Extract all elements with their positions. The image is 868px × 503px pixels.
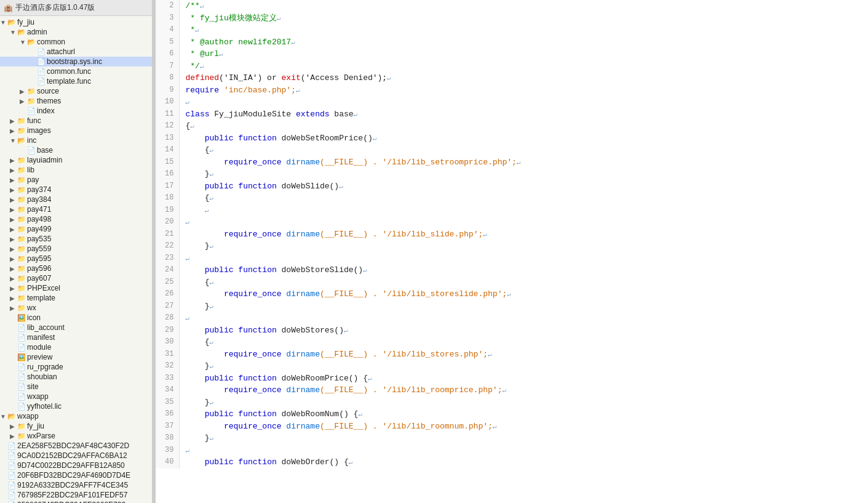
toggle-icon: ▼ <box>10 29 17 36</box>
line-content[interactable]: public function doWebSetRoomPrice()↵ <box>179 132 868 145</box>
line-content[interactable]: */↵ <box>179 60 868 73</box>
tree-item-hash5[interactable]: 📄9192A6332BDC29AFF7F4CE345 <box>0 480 152 490</box>
tree-item-wxapp[interactable]: 📄wxapp <box>0 392 152 401</box>
line-content[interactable]: require_once dirname(__FILE__) . '/lib/l… <box>179 348 868 361</box>
line-content[interactable]: }↵ <box>179 432 868 445</box>
line-content[interactable]: {↵ <box>179 120 868 132</box>
line-content[interactable]: }↵ <box>179 396 868 409</box>
tree-item-hash1[interactable]: 📄2EA258F52BDC29AF48C430F2D <box>0 441 152 451</box>
tree-item-ru_rpgrade[interactable]: 📄ru_rpgrade <box>0 362 152 372</box>
tree-item-wxapp2[interactable]: ▼📂wxapp <box>0 411 152 421</box>
tree-item-pay595[interactable]: ▶📁pay595 <box>0 254 152 264</box>
line-content[interactable]: require_once dirname(__FILE__) . '/lib/l… <box>179 288 868 300</box>
line-content[interactable]: ↵ <box>179 204 868 217</box>
tree-item-inc[interactable]: ▼📂inc <box>0 135 152 145</box>
tree-item-pay596[interactable]: ▶📁pay596 <box>0 264 152 273</box>
tree-item-lib_account[interactable]: 📄lib_account <box>0 323 152 332</box>
tree-item-PHPExcel[interactable]: ▶📁PHPExcel <box>0 283 152 293</box>
line-content[interactable]: defined('IN_IA') or exit('Access Denied'… <box>179 72 868 84</box>
tree-item-template[interactable]: ▶📁template <box>0 293 152 303</box>
tree-item-pay[interactable]: ▶📁pay <box>0 175 152 185</box>
tree-item-template.func[interactable]: 📄template.func <box>0 76 152 86</box>
tree-item-site[interactable]: 📄site <box>0 382 152 392</box>
line-content[interactable]: public function doWebSlide()↵ <box>179 180 868 193</box>
code-token: require_once <box>224 422 282 431</box>
line-content[interactable]: *↵ <box>179 24 868 36</box>
tree-item-pay559[interactable]: ▶📁pay559 <box>0 244 152 254</box>
line-content[interactable]: }↵ <box>179 168 868 180</box>
tree-item-fy_jiu[interactable]: ▼📂fy_jiu <box>0 17 152 27</box>
line-content[interactable]: public function doWebOrder() {↵ <box>179 456 868 469</box>
line-content[interactable]: ↵ <box>179 445 868 457</box>
line-content[interactable]: require_once dirname(__FILE__) . '/lib/l… <box>179 384 868 396</box>
tree-item-pay384[interactable]: ▶📁pay384 <box>0 195 152 204</box>
tree-item-hash4[interactable]: 📄20F6BFD32BDC29AF4690D7D4E <box>0 470 152 480</box>
line-content[interactable]: {↵ <box>179 336 868 348</box>
tree-item-base[interactable]: 📄base <box>0 145 152 155</box>
tree-item-hash7[interactable]: 📄950066742BDC29AFF3660E733 <box>0 500 152 503</box>
line-content[interactable]: ↵ <box>179 312 868 324</box>
line-content[interactable]: /**↵ <box>179 0 868 12</box>
tree-item-wx[interactable]: ▶📁wx <box>0 303 152 313</box>
line-content[interactable]: ↵ <box>179 216 868 228</box>
line-content[interactable]: require_once dirname(__FILE__) . '/lib/l… <box>179 421 868 433</box>
tree-item-hash2[interactable]: 📄9CA0D2152BDC29AFFAC6BA12 <box>0 451 152 461</box>
code-token: } <box>186 241 210 251</box>
tree-item-lib[interactable]: ▶📁lib <box>0 165 152 175</box>
tree-item-themes[interactable]: ▶📁themes <box>0 96 152 106</box>
tree-item-admin[interactable]: ▼📂admin <box>0 27 152 37</box>
line-content[interactable]: {↵ <box>179 276 868 289</box>
line-content[interactable]: public function doWebRoomPrice() {↵ <box>179 372 868 385</box>
tree-item-attachurl[interactable]: 📄attachurl <box>0 47 152 57</box>
tree-item-pay499[interactable]: ▶📁pay499 <box>0 224 152 234</box>
line-content[interactable]: {↵ <box>179 144 868 156</box>
tree-item-bootstrap.sys.inc[interactable]: 📄bootstrap.sys.inc <box>0 57 152 66</box>
line-content[interactable]: require_once dirname(__FILE__) . '/lib/l… <box>179 156 868 169</box>
tree-item-module[interactable]: 📄module <box>0 342 152 352</box>
tree-item-icon[interactable]: 🖼️icon <box>0 313 152 323</box>
tree-item-source[interactable]: ▶📁source <box>0 86 152 96</box>
line-content[interactable]: require 'inc/base.php';↵ <box>179 84 868 97</box>
tree-item-pay535[interactable]: ▶📁pay535 <box>0 234 152 244</box>
tree-item-pay498[interactable]: ▶📁pay498 <box>0 214 152 224</box>
line-content[interactable]: public function doWebStoreSlide()↵ <box>179 264 868 276</box>
code-token: } <box>186 302 210 311</box>
line-content[interactable]: {↵ <box>179 192 868 204</box>
line-content[interactable]: * fy_jiu模块微站定义↵ <box>179 12 868 25</box>
tree-item-wxParse[interactable]: ▶📁wxParse <box>0 431 152 441</box>
code-token <box>186 134 205 143</box>
file-icon: 📄 <box>17 383 26 391</box>
line-content[interactable]: public function doWebStores()↵ <box>179 324 868 337</box>
tree-item-layuiadmin[interactable]: ▶📁layuiadmin <box>0 155 152 165</box>
tree-item-pay607[interactable]: ▶📁pay607 <box>0 273 152 283</box>
line-content[interactable]: ↵ <box>179 252 868 265</box>
line-content[interactable]: }↵ <box>179 240 868 252</box>
tree-item-shoubian[interactable]: 📄shoubian <box>0 372 152 382</box>
line-content[interactable]: * @author newlife2017↵ <box>179 36 868 49</box>
tree-item-manifest[interactable]: 📄manifest <box>0 332 152 342</box>
tree-item-func[interactable]: ▶📁func <box>0 116 152 126</box>
line-content[interactable]: class Fy_jiuModuleSite extends base↵ <box>179 108 868 121</box>
line-content[interactable]: ↵ <box>179 96 868 108</box>
file-icon: 📂 <box>27 38 36 46</box>
tree-item-preview[interactable]: 🖼️preview <box>0 352 152 362</box>
file-icon: 📁 <box>17 215 26 223</box>
tree-item-index[interactable]: 📄index <box>0 106 152 116</box>
file-tree[interactable]: 🏨手边酒店多店版1.0.47版▼📂fy_jiu▼📂admin▼📂common📄a… <box>0 0 153 503</box>
line-content[interactable]: require_once dirname(__FILE__) . '/lib/l… <box>179 228 868 241</box>
tree-item-fy_jiu2[interactable]: ▶📁fy_jiu <box>0 421 152 431</box>
tree-item-pay471[interactable]: ▶📁pay471 <box>0 204 152 214</box>
tree-item-yyfhotel.lic[interactable]: 📄yyfhotel.lic <box>0 401 152 411</box>
tree-item-pay374[interactable]: ▶📁pay374 <box>0 185 152 195</box>
tree-item-images[interactable]: ▶📁images <box>0 126 152 135</box>
tree-item-hash6[interactable]: 📄767985F22BDC29AF101FEDF57 <box>0 490 152 500</box>
line-content[interactable]: }↵ <box>179 300 868 313</box>
line-content[interactable]: }↵ <box>179 360 868 372</box>
line-content[interactable]: * @url↵ <box>179 48 868 60</box>
code-token: ↵ <box>368 375 372 382</box>
tree-item-common.func[interactable]: 📄common.func <box>0 66 152 76</box>
line-content[interactable]: public function doWebRoomNum() {↵ <box>179 408 868 421</box>
tree-item-common[interactable]: ▼📂common <box>0 37 152 47</box>
tree-item-label: shoubian <box>27 372 57 381</box>
tree-item-hash3[interactable]: 📄9D74C0022BDC29AFFB12A850 <box>0 461 152 470</box>
